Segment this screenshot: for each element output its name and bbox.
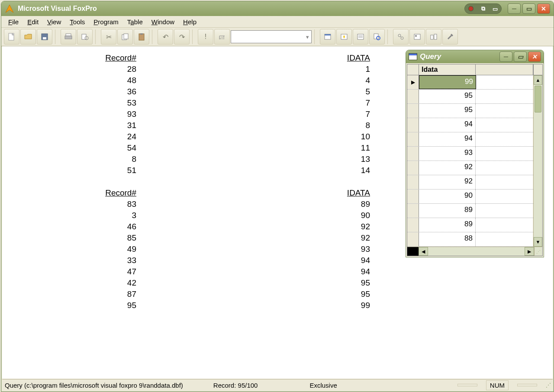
query-maximize-button[interactable]: ▭ [514,51,527,62]
column-header-idata[interactable]: Idata [419,64,476,75]
modify-button[interactable] [214,29,230,45]
table-row[interactable]: 89 [407,218,533,232]
menu-window[interactable]: Window [147,17,179,26]
query-close-button[interactable]: ✕ [528,51,541,62]
database-combo[interactable]: ▾ [231,30,312,43]
cell-idata[interactable]: 88 [419,232,476,246]
paste-button[interactable] [134,29,149,45]
browse-button[interactable] [369,29,385,45]
svg-marker-0 [6,5,13,13]
row-selector[interactable] [407,204,419,218]
table-row[interactable]: 94 [407,118,533,132]
workspace: Record# 28 48 36 53 93 31 24 54 8 51 IDA… [2,46,553,379]
row-selector[interactable] [407,104,419,118]
resize-grip-icon[interactable]: ⋰ [534,247,542,256]
table-row[interactable]: 90 [407,190,533,204]
print-preview-button[interactable] [77,29,93,45]
table-row[interactable]: 92 [407,161,533,175]
copy-button[interactable] [117,29,133,45]
form-button[interactable] [320,29,335,45]
scroll-down-icon[interactable]: ▼ [534,237,542,247]
status-caps [517,384,537,386]
print-button[interactable] [61,29,76,45]
cell-idata[interactable]: 94 [419,118,476,132]
row-selector[interactable] [407,90,419,103]
objects-button[interactable] [426,29,441,45]
row-selector[interactable] [407,161,419,175]
cut-button[interactable]: ✂ [101,29,116,45]
menubar: File Edit View Tools Program Table Windo… [1,16,554,28]
table-row[interactable]: 89 [407,204,533,218]
menu-table[interactable]: Table [123,17,147,26]
row-selector[interactable] [407,175,419,189]
cell-idata[interactable]: 92 [419,161,476,175]
row-selector[interactable] [407,190,419,203]
row-selector[interactable]: ▶ [407,75,419,89]
properties-button[interactable] [353,29,368,45]
status-mode: Exclusive [309,382,337,389]
save-button[interactable] [37,29,52,45]
row-selector[interactable] [407,232,419,246]
cell-idata[interactable]: 99 [419,75,476,89]
close-button[interactable]: ✕ [537,3,550,14]
cell-idata[interactable]: 95 [419,90,476,103]
svg-rect-17 [325,34,331,35]
minimize-button[interactable]: ─ [508,3,521,14]
table-row[interactable]: ▶99 [407,75,533,90]
maximize-button[interactable]: ▭ [522,3,535,14]
open-button[interactable] [20,29,36,45]
toolbar: ✂ ↶ ↷ ! ▾ [1,28,554,46]
skin-capsule[interactable]: ⧉ ▭ [464,3,502,14]
cell-idata[interactable]: 89 [419,204,476,218]
cell-idata[interactable]: 95 [419,104,476,118]
datasession-button[interactable] [393,29,409,45]
svg-rect-30 [431,35,433,39]
redo-button[interactable]: ↷ [174,29,190,45]
scroll-up-icon[interactable]: ▲ [534,75,542,85]
menu-program[interactable]: Program [89,17,123,26]
cell-idata[interactable]: 90 [419,190,476,203]
cell-idata[interactable]: 94 [419,132,476,146]
table-row[interactable]: 95 [407,104,533,118]
table-row[interactable]: 93 [407,147,533,161]
menu-view[interactable]: View [43,17,65,26]
undo-button[interactable]: ↶ [158,29,173,45]
scroll-right-icon[interactable]: ▶ [525,247,534,256]
table-row[interactable]: 88 [407,232,533,247]
status-path: Query (c:\program files\microsoft visual… [5,382,183,389]
menu-edit[interactable]: Edit [23,17,43,26]
scroll-left-icon[interactable]: ◀ [419,247,428,256]
row-selector[interactable] [407,147,419,161]
query-window[interactable]: Query ─ ▭ ✕ Idata ▶99959594949392 [406,50,544,257]
row-selector[interactable] [407,118,419,132]
window-title: Microsoft Visual FoxPro [18,5,97,13]
query-titlebar[interactable]: Query ─ ▭ ✕ [406,50,544,63]
table-row[interactable]: 94 [407,132,533,147]
cell-idata[interactable]: 89 [419,218,476,232]
run-button[interactable]: ! [198,29,213,45]
cell-idata[interactable]: 93 [419,147,476,161]
menu-file[interactable]: File [4,17,23,26]
horizontal-scrollbar[interactable]: ◀ ▶ ⋰ [407,247,542,256]
vertical-scrollbar[interactable]: ▲ ▼ [533,75,542,247]
row-selector[interactable] [407,132,419,146]
scroll-thumb[interactable] [535,86,541,112]
new-button[interactable] [4,29,19,45]
record-dot-icon [465,4,477,13]
status-num: NUM [486,380,509,390]
window-resize-grip-icon[interactable]: ⋰ [546,382,550,388]
cell-idata[interactable]: 92 [419,175,476,189]
app-icon [5,4,14,13]
table-row[interactable]: 92 [407,175,533,190]
svg-rect-4 [43,37,46,39]
menu-help[interactable]: Help [179,17,201,26]
query-grid[interactable]: Idata ▶999595949493929290898988 ▲ ▼ [407,64,543,256]
query-minimize-button[interactable]: ─ [499,51,512,62]
table-row[interactable]: 95 [407,90,533,104]
menu-tools[interactable]: Tools [65,17,89,26]
main-window: Microsoft Visual FoxPro ⧉ ▭ ─ ▭ ✕ File E… [1,1,554,392]
autoform-button[interactable] [336,29,352,45]
classes-button[interactable] [409,29,425,45]
row-selector[interactable] [407,218,419,232]
builder-button[interactable] [442,29,458,45]
